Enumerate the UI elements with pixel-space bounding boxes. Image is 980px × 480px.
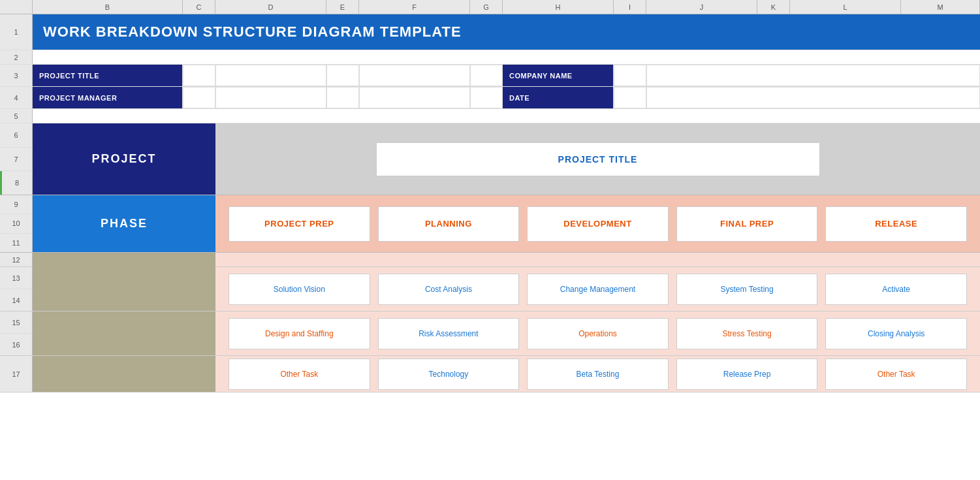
col-header-e: E	[326, 0, 359, 14]
col-header-m: M	[901, 0, 980, 14]
gap-row-12: 12	[0, 253, 980, 267]
cell-j4-m4[interactable]	[646, 87, 980, 108]
task-box-2-3[interactable]: Stress Testing	[676, 318, 818, 349]
rownum-13: 13	[0, 267, 33, 289]
cell-g4[interactable]	[470, 87, 503, 108]
rownum-11: 11	[0, 234, 33, 252]
rownum-7: 7	[0, 148, 33, 172]
task-box-1-0[interactable]: Solution Vision	[229, 274, 370, 305]
task-row-2: 15 16 Design and Staffing Risk Assessmen…	[0, 312, 980, 356]
col-header-l: L	[790, 0, 901, 14]
project-manager-label: PROJECT MANAGER	[33, 87, 183, 108]
rownum-8: 8	[0, 171, 33, 195]
rownum-17: 17	[0, 356, 33, 392]
col-header-j: J	[646, 0, 757, 14]
task-box-1-3[interactable]: System Testing	[676, 274, 818, 305]
phase-box-3[interactable]: FINAL PREP	[676, 206, 818, 242]
task-boxes-area-1: Solution Vision Cost Analysis Change Man…	[215, 267, 980, 311]
col-header-rownum	[0, 0, 33, 14]
rownum-16: 16	[0, 334, 33, 355]
task-label-3	[33, 356, 215, 392]
col-header-d: D	[215, 0, 326, 14]
rownum-14: 14	[0, 289, 33, 311]
task-boxes-area-3: Other Task Technology Beta Testing Relea…	[215, 356, 980, 392]
task-box-3-3[interactable]: Release Prep	[676, 359, 818, 390]
row-5: 5	[0, 109, 980, 123]
task-box-3-0[interactable]: Other Task	[229, 359, 370, 390]
row-3: 3 PROJECT TITLE COMPANY NAME	[0, 65, 980, 87]
phase-row: 9 10 11 PHASE PROJECT PREP PLANNING DEVE…	[0, 195, 980, 253]
row-4: 4 PROJECT MANAGER DATE	[0, 87, 980, 109]
task-box-2-0[interactable]: Design and Staffing	[229, 318, 370, 349]
task-label-1	[33, 267, 215, 311]
phase-box-2[interactable]: DEVELOPMENT	[527, 206, 669, 242]
task-box-1-1[interactable]: Cost Analysis	[378, 274, 520, 305]
main-title: WORK BREAKDOWN STRUCTURE DIAGRAM TEMPLAT…	[33, 14, 980, 50]
rownum-2: 2	[0, 50, 33, 64]
rownum-6: 6	[0, 123, 33, 148]
cell-f4[interactable]	[359, 87, 470, 108]
col-header-g: G	[470, 0, 503, 14]
task-boxes-area-2: Design and Staffing Risk Assessment Oper…	[215, 312, 980, 355]
phase-box-1[interactable]: PLANNING	[378, 206, 520, 242]
project-title-label: PROJECT TITLE	[33, 65, 183, 86]
cell-i4[interactable]	[614, 87, 646, 108]
col-header-f: F	[359, 0, 470, 14]
title-row: 1 WORK BREAKDOWN STRUCTURE DIAGRAM TEMPL…	[0, 14, 980, 50]
row-2: 2	[0, 50, 980, 65]
col-header-b: B	[33, 0, 183, 14]
column-headers: B C D E F G H I J K L M	[0, 0, 980, 14]
task-box-2-2[interactable]: Operations	[527, 318, 669, 349]
col-header-c: C	[183, 0, 215, 14]
task-row-1: 13 14 Solution Vision Cost Analysis Chan…	[0, 267, 980, 312]
task-label-2	[33, 312, 215, 355]
rownum-5: 5	[0, 109, 33, 123]
phase-box-0[interactable]: PROJECT PREP	[229, 206, 370, 242]
project-title-area: PROJECT TITLE	[215, 123, 980, 195]
task-box-2-1[interactable]: Risk Assessment	[378, 318, 520, 349]
rownum-15: 15	[0, 312, 33, 334]
cell-c3[interactable]	[183, 65, 215, 86]
cell-d3[interactable]	[215, 65, 326, 86]
phase-label: PHASE	[33, 195, 215, 252]
rownum-12: 12	[0, 253, 33, 266]
date-label: DATE	[503, 87, 614, 108]
project-title-box[interactable]: PROJECT TITLE	[376, 142, 820, 176]
rownum-10: 10	[0, 214, 33, 233]
phase-box-4[interactable]: RELEASE	[825, 206, 967, 242]
cell-c4[interactable]	[183, 87, 215, 108]
cell-i3[interactable]	[614, 65, 646, 86]
gap-task-label	[33, 253, 215, 267]
col-header-h: H	[503, 0, 614, 14]
task-box-3-1[interactable]: Technology	[378, 359, 520, 390]
task-row-3: 17 Other Task Technology Beta Testing Re…	[0, 356, 980, 392]
task-box-1-4[interactable]: Activate	[825, 274, 967, 305]
rownum-1: 1	[0, 14, 33, 50]
phase-boxes-area: PROJECT PREP PLANNING DEVELOPMENT FINAL …	[215, 195, 980, 252]
col-header-k: K	[757, 0, 790, 14]
project-label: PROJECT	[33, 123, 215, 195]
rownum-3: 3	[0, 65, 33, 86]
rownum-9: 9	[0, 195, 33, 214]
task-box-1-2[interactable]: Change Management	[527, 274, 669, 305]
task-box-3-2[interactable]: Beta Testing	[527, 359, 669, 390]
cell-f3[interactable]	[359, 65, 470, 86]
spreadsheet: B C D E F G H I J K L M 1 WORK BREAKDOWN…	[0, 0, 980, 392]
task-box-2-4[interactable]: Closing Analysis	[825, 318, 967, 349]
cell-e3[interactable]	[326, 65, 359, 86]
rownum-4: 4	[0, 87, 33, 108]
company-name-label: COMPANY NAME	[503, 65, 614, 86]
task-box-3-4[interactable]: Other Task	[825, 359, 967, 390]
cell-g3[interactable]	[470, 65, 503, 86]
cell-e4[interactable]	[326, 87, 359, 108]
col-header-i: I	[614, 0, 646, 14]
cell-d4[interactable]	[215, 87, 326, 108]
project-row: 6 7 8 PROJECT PROJECT TITLE	[0, 123, 980, 195]
cell-j3-m3[interactable]	[646, 65, 980, 86]
